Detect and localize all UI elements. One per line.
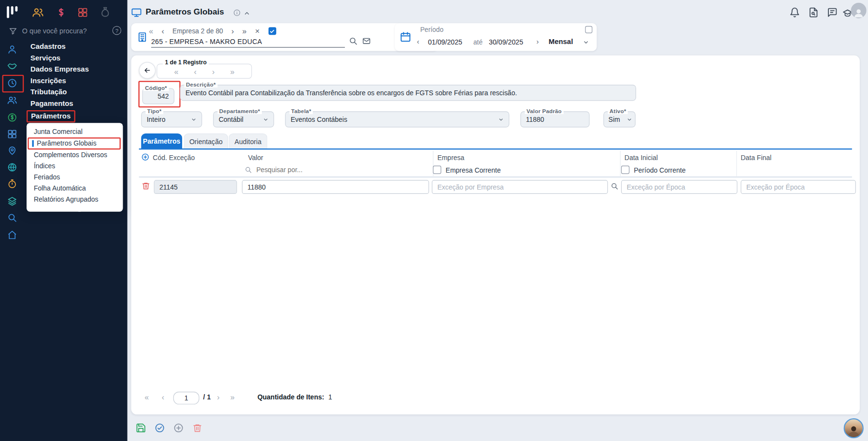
person-rail-icon[interactable] [7,44,17,55]
row-empresa-search-icon[interactable] [611,182,618,190]
support-avatar[interactable] [844,418,864,438]
active-item-bar [32,140,33,147]
record-last-button[interactable]: » [230,67,234,75]
record-first-button[interactable]: « [174,67,178,75]
row-empresa-input[interactable] [432,180,608,194]
handshake-rail-icon[interactable] [7,61,18,71]
company-search-icon[interactable] [349,37,357,45]
sidebar-item-cadastros[interactable]: Cadastros [30,42,66,50]
period-next-button[interactable]: › [537,37,539,45]
grid-prev-page-button[interactable]: ‹ [162,393,164,401]
record-next-button[interactable]: › [212,67,214,75]
company-prev-button[interactable]: ‹ [161,27,164,35]
period-end-date[interactable]: 30/09/2025 [489,38,523,46]
filter-icon[interactable] [9,27,17,35]
file-search-icon[interactable] [808,7,819,18]
grid-next-page-button[interactable]: › [217,393,219,401]
tab-auditoria[interactable]: Auditoria [228,133,267,149]
company-filter-checkbox[interactable] [268,27,276,35]
record-prev-button[interactable]: ‹ [194,67,197,75]
periodo-corrente-checkbox[interactable] [621,166,629,174]
monitor-icon [131,7,142,18]
tipo-field: Tipo* Inteiro [141,109,202,128]
company-first-button[interactable]: « [149,27,153,35]
descricao-input[interactable]: Evento Contábil para Contabilização da T… [180,85,636,101]
chevron-down-icon [191,117,196,122]
add-row-icon[interactable] [141,153,149,161]
valor-padrao-field: Valor Padrão 11880 [520,109,589,128]
submenu-item-complementos-diversos[interactable]: Complementos Diversos [27,149,123,161]
user-avatar[interactable] [851,3,867,18]
sidebar-item-tributacao[interactable]: Tributação [30,88,67,96]
grid-last-page-button[interactable]: » [230,393,235,401]
period-checkbox[interactable] [585,26,592,33]
company-name-field[interactable]: 265 - EMPRESA - MAKRO EDUCA [151,38,345,48]
ativo-label: Ativo* [608,108,627,114]
sidebar-search-input[interactable]: O que você procura? [22,27,87,35]
confirm-button[interactable] [155,423,165,433]
delete-button[interactable] [193,423,202,432]
chat-icon[interactable] [827,7,838,18]
departamento-label: Departamento* [217,108,261,114]
sidebar-item-inscricoes[interactable]: Inscrições [30,76,66,85]
col-cod-excecao: Cód. Exceção [153,154,195,162]
back-button[interactable] [139,62,156,78]
globe-rail-icon[interactable] [7,162,17,173]
map-pin-rail-icon[interactable] [7,146,17,156]
app-logo-icon[interactable] [5,5,19,19]
submenu-item-folha-automatica[interactable]: Folha Automática [27,183,123,194]
submenu-item-indices[interactable]: Índices [27,161,123,172]
sidebar-item-pagamentos[interactable]: Pagamentos [30,99,73,107]
layers-rail-icon[interactable] [7,196,17,206]
modules-grid-rail-icon[interactable] [7,129,17,139]
stopwatch-rail-icon[interactable] [7,179,17,189]
submenu-item-parametros-globais[interactable]: Parâmetros Globais [28,137,121,149]
row-delete-icon[interactable] [142,182,150,190]
sidebar-item-parametros[interactable]: Parâmetros [27,110,75,122]
notifications-bell-icon[interactable] [789,7,800,18]
dollar-rail-icon[interactable] [7,113,17,123]
col-data-inicial: Data Inicial [625,154,658,162]
company-mail-icon[interactable] [362,37,371,45]
submenu-item-relatorios-agrupados[interactable]: Relatórios Agrupados [27,194,123,205]
row-data-final-input[interactable] [740,180,855,194]
sidebar-item-servicos[interactable]: Serviços [30,54,60,62]
tabela-select[interactable]: Eventos Contábeis [285,111,509,127]
company-last-button[interactable]: » [242,27,246,35]
col-valor: Valor [248,154,263,162]
search-rail-icon[interactable] [7,213,17,223]
people-shortcut-icon[interactable] [32,7,43,18]
ativo-field: Ativo* Sim [603,109,635,128]
submenu-item-feriados[interactable]: Feriados [27,172,123,183]
company-navigator: « ‹ Empresa 2 de 80 › » ✕ 265 - EMPRESA … [131,23,438,51]
apps-grid-shortcut-icon[interactable] [77,7,88,18]
grid-page-total: / 1 [203,393,211,401]
period-mode-select[interactable]: Mensal [549,37,573,45]
period-prev-button[interactable]: ‹ [417,37,419,45]
departamento-field: Departamento* Contábil [213,109,274,128]
payroll-shortcut-icon[interactable] [56,7,67,18]
company-clear-button[interactable]: ✕ [255,28,260,35]
submenu-item-junta-comercial[interactable]: Junta Comercial [27,126,123,137]
home-rail-icon[interactable] [7,230,17,240]
add-button[interactable] [173,423,184,433]
info-icon[interactable] [233,9,241,16]
period-mode-chevron-icon[interactable] [583,39,589,45]
company-next-button[interactable]: › [231,27,234,35]
tab-parametros[interactable]: Parâmetros [141,133,182,148]
row-data-inicial-input[interactable] [621,180,738,194]
row-cod-excecao-input[interactable] [154,180,237,194]
grid-search-input[interactable] [255,164,335,176]
tab-orientacao[interactable]: Orientação [184,133,228,149]
empresa-corrente-checkbox[interactable] [433,166,441,174]
save-button[interactable] [136,423,146,433]
moneybag-shortcut-icon[interactable] [100,7,111,18]
period-start-date[interactable]: 01/09/2025 [428,38,462,46]
people-rail-icon[interactable] [7,95,18,105]
sidebar-item-dados-empresas[interactable]: Dados Empresas [30,65,89,73]
row-valor-input[interactable] [242,180,429,194]
grid-first-page-button[interactable]: « [144,393,149,401]
collapse-chevron-icon[interactable] [243,10,250,17]
help-icon[interactable]: ? [113,26,121,35]
grid-page-input[interactable]: 1 [173,392,199,404]
